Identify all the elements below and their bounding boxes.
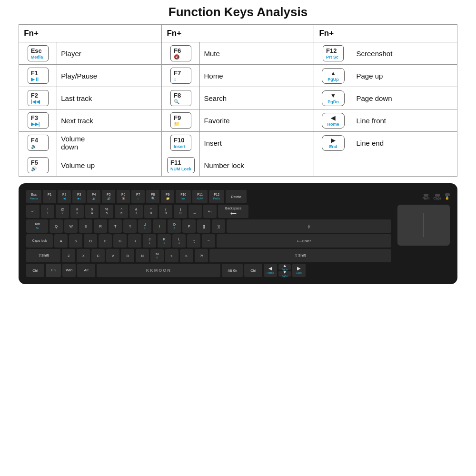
kb-key-i: I (153, 219, 166, 233)
key-home-cell: ◀ Home (314, 109, 352, 132)
table-header-row: Fn+ Fn+ Fn+ (19, 25, 457, 42)
key-f4: F4 🔉 (28, 135, 49, 151)
key-f4-cell: F4 🔉 (19, 132, 57, 154)
key-home: ◀ Home (322, 113, 345, 129)
function-keys-table: Fn+ Fn+ Fn+ Esc Media Player F6 🔇 Mute (19, 24, 457, 177)
kb-key-semicolon: :; (187, 234, 200, 248)
kb-key-right: ▶End (292, 264, 306, 277)
kb-key-6: ^6 (115, 205, 128, 218)
key-f8: F8 🔍 (170, 90, 191, 106)
kb-key-backspace: Backspace⟵ (218, 205, 248, 218)
table-row: F3 ▶▶| Next track F9 📁 Favorite ◀ Home L… (19, 109, 457, 132)
kb-key-k: K2 (158, 234, 171, 248)
kb-key-slash: ?/ (195, 249, 208, 262)
kb-key-a: A (54, 234, 68, 248)
kb-key-f3: F3▶| (72, 190, 86, 203)
kb-row-fn: Esc Media F1↑ F2|◀ F3▶| F4🔉 F5🔊 F6🔇 F7⌂ … (26, 190, 450, 203)
kb-key-fn: Fn (46, 264, 61, 277)
key-f12: F12 Prt Sc (323, 45, 344, 61)
kb-key-0: )0 (174, 205, 187, 218)
key-f6-cell: F6 🔇 (162, 42, 200, 65)
kb-key-left: ◀Home (264, 264, 277, 277)
key-pgdn: ▼ PgDn (322, 90, 345, 106)
table-row: F5 🔊 Volume up F11 NUM Lock Number lock (19, 154, 457, 177)
empty-label-cell (352, 154, 457, 177)
label-playpause: Play/Pause (57, 65, 162, 87)
kb-key-ctrl-right: Ctrl (244, 264, 262, 277)
kb-key-x: X (77, 249, 90, 262)
kb-row-asdf: Caps lock A S D F G H J1 K2 L3 :; "' ⟵En… (26, 234, 391, 248)
kb-key-z: Z (62, 249, 75, 262)
key-f5-cell: F5 🔊 (19, 154, 57, 177)
kb-key-f11: F11NUM (192, 190, 208, 203)
kb-key-period: >. (180, 249, 193, 262)
kb-key-u: U1 (138, 219, 151, 233)
kb-key-c: C (91, 249, 105, 262)
kb-row-bottom: Ctrl Fn Win Alt KKMOON Alt Gr Ctrl ◀Home… (26, 264, 391, 277)
key-f6: F6 🔇 (170, 45, 191, 61)
table-row: F2 |◀◀ Last track F8 🔍 Search ▼ PgDn Pag… (19, 87, 457, 109)
label-voldown: Volumedown (57, 132, 162, 154)
kb-key-w: W (64, 219, 78, 233)
label-nexttrack: Next track (57, 109, 162, 132)
key-f11: F11 NUM Lock (167, 157, 195, 173)
kb-key-enter: ⟵Enter (217, 234, 391, 248)
kb-key-e: E (79, 219, 92, 233)
kb-key-f1: F1↑ (43, 190, 56, 203)
key-f2: F2 |◀◀ (28, 90, 49, 106)
kb-key-f: F (99, 234, 112, 248)
label-linefront: Line front (352, 109, 457, 132)
kb-key-t: T (109, 219, 122, 233)
kb-key-tab: Tab↹ (26, 219, 48, 233)
key-f3: F3 ▶▶| (28, 112, 49, 129)
key-f2-cell: F2 |◀◀ (19, 87, 57, 109)
kb-key-p: P (182, 219, 196, 233)
kb-indicator-caps: Caps (433, 194, 441, 200)
key-f7: F7 ⌂ (170, 68, 191, 84)
label-pagedown: Page down (352, 87, 457, 109)
kb-key-shift-right: ⇧Shift (209, 249, 391, 262)
key-f1-cell: F1 ▶⏸ (19, 65, 57, 87)
table-row: Esc Media Player F6 🔇 Mute F12 Prt Sc Sc… (19, 42, 457, 65)
kb-key-esc: Esc Media (26, 190, 41, 203)
kb-key-minus: _- (188, 205, 202, 218)
kb-key-q: Q (50, 219, 63, 233)
kb-key-comma: <, (165, 249, 178, 262)
key-f10-cell: F10 Insert (162, 132, 200, 154)
key-pgup-cell: ▲ PgUp (314, 65, 352, 87)
kb-key-ctrl-left: Ctrl (26, 264, 44, 277)
kb-key-v: V (106, 249, 119, 262)
kb-key-f9: F9📁 (161, 190, 174, 203)
kb-row-numbers: ~` !1 @2 #3 $4 %5 ^6 &7 *8 (9 )0 _- += B… (26, 205, 391, 218)
kb-key-up: ▲PgUp (278, 264, 291, 270)
kb-key-f5: F5🔊 (102, 190, 115, 203)
kb-key-down: ▼PgDn (278, 271, 291, 277)
page-container: Function Keys Analysis Fn+ Fn+ Fn+ Esc M… (0, 0, 476, 476)
label-search: Search (200, 87, 314, 109)
kb-row-zxcv: ⇧Shift Z X C V B N M0 <, >. ?/ ⇧Shift (26, 249, 391, 262)
table-row: F1 ▶⏸ Play/Pause F7 ⌂ Home ▲ PgUp Page u… (19, 65, 457, 87)
label-numlock: Number lock (200, 154, 314, 177)
kb-key-4: $4 (85, 205, 99, 218)
kb-key-n: N (136, 249, 149, 262)
kb-key-l: L3 (172, 234, 186, 248)
label-player: Player (57, 42, 162, 65)
label-insert: Insert (200, 132, 314, 154)
key-f3-cell: F3 ▶▶| (19, 109, 57, 132)
kb-key-delete: Delete (226, 190, 247, 203)
kb-key-1: !1 (41, 205, 54, 218)
touchpad-divider (423, 213, 424, 237)
kb-touchpad[interactable] (397, 205, 450, 246)
kb-key-f8: F8🔍 (146, 190, 159, 203)
key-f10: F10 Insert (170, 135, 191, 151)
kb-key-f7: F7⌂ (131, 190, 145, 203)
key-f9: F9 📁 (170, 112, 191, 129)
page-title: Function Keys Analysis (10, 5, 466, 20)
kb-keys-main: ~` !1 @2 #3 $4 %5 ^6 &7 *8 (9 )0 _- += B… (26, 205, 391, 278)
kb-key-equal: += (203, 205, 217, 218)
label-lineend: Line end (352, 132, 457, 154)
kb-key-f10: F10Ins (176, 190, 191, 203)
key-esc: Esc Media (28, 45, 49, 61)
kb-key-r: R (94, 219, 107, 233)
key-pgdn-cell: ▼ PgDn (314, 87, 352, 109)
